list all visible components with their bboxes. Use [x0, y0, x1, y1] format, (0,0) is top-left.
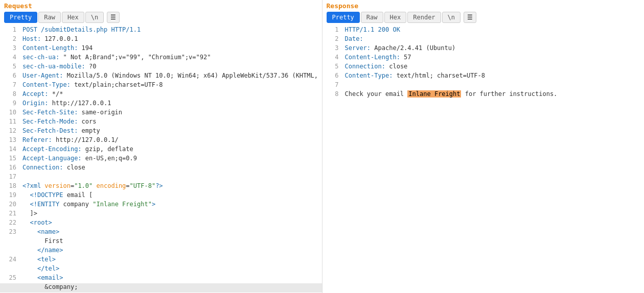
- tab-menu-response[interactable]: ☰: [464, 12, 476, 23]
- code-line-highlighted: &company;: [0, 283, 322, 292]
- tab-raw-request[interactable]: Raw: [38, 12, 61, 23]
- code-line: 6 Content-Type: text/html; charset=UTF-8: [323, 72, 645, 81]
- request-header: Request Pretty Raw Hex \n ☰: [0, 0, 322, 25]
- code-line: 2 Date:: [323, 35, 645, 44]
- code-line: 7 Content-Type: text/plain;charset=UTF-8: [0, 81, 322, 90]
- code-line-response-body: 8 Check your email Inlane Freight for fu…: [323, 90, 645, 100]
- code-line: 25 <email>: [0, 274, 322, 283]
- code-line: 18 <?xml version="1.0" encoding="UTF-8"?…: [0, 182, 322, 191]
- code-line: 4 Content-Length: 57: [323, 54, 645, 63]
- code-line: 20 <!ENTITY company "Inlane Freight">: [0, 201, 322, 210]
- tab-pretty-response[interactable]: Pretty: [327, 12, 360, 23]
- code-line: 6 User-Agent: Mozilla/5.0 (Windows NT 10…: [0, 72, 322, 81]
- code-line: </tel>: [0, 265, 322, 274]
- code-line: 19 <!DOCTYPE email [: [0, 191, 322, 201]
- code-line: 7: [323, 81, 645, 90]
- code-line: 16 Connection: close: [0, 164, 322, 173]
- tab-newline-response[interactable]: \n: [442, 12, 461, 23]
- code-line: 9 Origin: http://127.0.0.1: [0, 100, 322, 109]
- code-line: 14 Accept-Encoding: gzip, deflate: [0, 145, 322, 155]
- code-line: 11 Sec-Fetch-Mode: cors: [0, 118, 322, 127]
- request-tab-bar: Pretty Raw Hex \n ☰: [4, 12, 318, 25]
- code-line: 15 Accept-Language: en-US,en;q=0.9: [0, 155, 322, 164]
- response-code-area[interactable]: 1 HTTP/1.1 200 OK 2 Date: 3 Server: Apac…: [323, 25, 645, 293]
- request-code-area[interactable]: 1 POST /submitDetails.php HTTP/1.1 2 Hos…: [0, 25, 322, 293]
- response-panel: Response Pretty Raw Hex Render \n ☰ 1 HT…: [323, 0, 645, 293]
- code-line: 5 Connection: close: [323, 63, 645, 72]
- code-line: 17: [0, 173, 322, 182]
- highlighted-company: Inlane Freight: [407, 90, 461, 97]
- code-line: 21 ]>: [0, 210, 322, 219]
- code-line: 23 <name>: [0, 228, 322, 237]
- tab-raw-response[interactable]: Raw: [361, 12, 383, 23]
- code-line: First: [0, 237, 322, 247]
- code-line: 1 POST /submitDetails.php HTTP/1.1: [0, 26, 322, 35]
- tab-newline-request[interactable]: \n: [85, 12, 104, 23]
- tab-menu-request[interactable]: ☰: [107, 12, 120, 23]
- request-title: Request: [4, 2, 318, 12]
- tab-pretty-request[interactable]: Pretty: [4, 12, 37, 23]
- tab-hex-request[interactable]: Hex: [62, 12, 84, 23]
- code-line: 5 sec-ch-ua-mobile: ?0: [0, 63, 322, 72]
- code-line: 12 Sec-Fetch-Dest: empty: [0, 127, 322, 136]
- code-line: 24 <tel>: [0, 256, 322, 265]
- code-line: 4 sec-ch-ua: " Not A;Brand";v="99", "Chr…: [0, 54, 322, 63]
- code-line: 13 Referer: http://127.0.0.1/: [0, 136, 322, 145]
- code-line: 3 Content-Length: 194: [0, 44, 322, 54]
- response-title: Response: [327, 2, 640, 12]
- code-line: 3 Server: Apache/2.4.41 (Ubuntu): [323, 44, 645, 54]
- response-tab-bar: Pretty Raw Hex Render \n ☰: [327, 12, 640, 25]
- main-container: Request Pretty Raw Hex \n ☰ 1 POST /subm…: [0, 0, 644, 293]
- code-line: 1 HTTP/1.1 200 OK: [323, 26, 645, 35]
- request-panel: Request Pretty Raw Hex \n ☰ 1 POST /subm…: [0, 0, 323, 293]
- code-line: </name>: [0, 247, 322, 256]
- tab-render-response[interactable]: Render: [407, 12, 441, 23]
- code-line: 8 Accept: */*: [0, 90, 322, 100]
- code-line: 22 <root>: [0, 219, 322, 228]
- response-header: Response Pretty Raw Hex Render \n ☰: [323, 0, 645, 25]
- code-line: 2 Host: 127.0.0.1: [0, 35, 322, 44]
- tab-hex-response[interactable]: Hex: [384, 12, 407, 23]
- code-line: 10 Sec-Fetch-Site: same-origin: [0, 109, 322, 118]
